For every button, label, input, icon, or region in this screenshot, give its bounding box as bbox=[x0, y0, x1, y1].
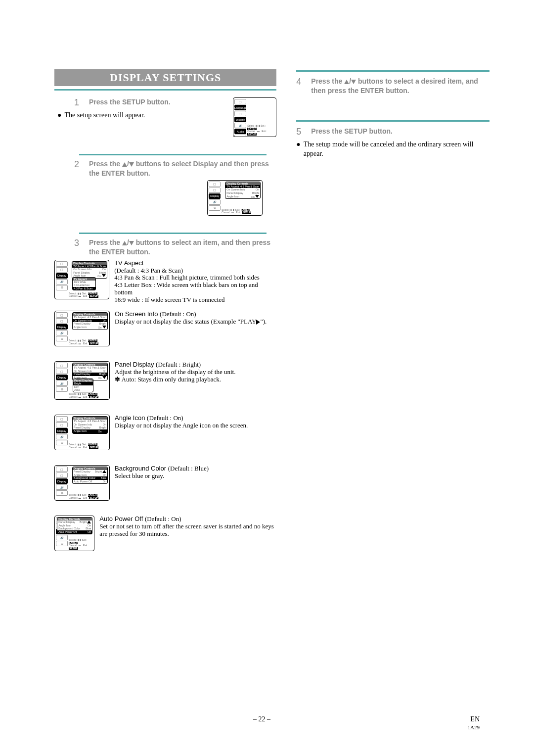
section-title: DISPLAY SETTINGS bbox=[54, 69, 276, 86]
item-tv-aspect: TV Aspect (Default : 4:3 Pan & Scan) 4:3… bbox=[114, 260, 276, 304]
osd-tab: 🔊 bbox=[234, 123, 246, 128]
osd-tab: ⊕ bbox=[209, 205, 221, 211]
bullet-text: The setup mode will be canceled and the … bbox=[304, 140, 490, 159]
step-text: Press the / buttons to select a desired … bbox=[311, 77, 485, 95]
rule bbox=[296, 120, 490, 122]
step-text: Press the / buttons to select Display an… bbox=[89, 159, 271, 178]
up-icon bbox=[122, 241, 127, 245]
step-number: 3 bbox=[74, 238, 83, 248]
osd-tab: ⊕ bbox=[234, 135, 246, 137]
osd-tab: 🔊 bbox=[209, 199, 221, 205]
osd-tab: ▢ bbox=[234, 111, 246, 116]
item-panel-display: Panel Display (Default : Bright) Adjust … bbox=[115, 361, 235, 383]
down-icon bbox=[129, 241, 134, 245]
page-footer: . – 22 – EN 1A29 bbox=[0, 715, 534, 731]
item-angle-icon: Angle Icon (Default : On) Display or not… bbox=[115, 415, 248, 429]
down-icon bbox=[351, 80, 356, 84]
item-on-screen-info: On Screen Info (Default : On) Display or… bbox=[115, 311, 267, 326]
osd-tab: ▢ bbox=[234, 99, 246, 104]
down-icon bbox=[129, 162, 134, 167]
osd-tab: Display bbox=[209, 193, 221, 199]
osd-tab: ▢ bbox=[209, 182, 221, 187]
rule bbox=[79, 154, 267, 155]
bullet-icon: ● bbox=[57, 111, 61, 120]
up-icon bbox=[344, 80, 349, 84]
step-text: Press the / buttons to select an item, a… bbox=[89, 238, 271, 257]
osd-tab: Audio bbox=[234, 129, 246, 134]
osd-screenshot: ▢▢ Display 🔊⊕ Display Controls TV Aspect… bbox=[54, 260, 109, 299]
osd-screenshot: ▢ ▢ Display 🔊 ⊕ Display Controls TV Aspe… bbox=[207, 180, 263, 216]
osd-screenshot: ▢▢ Display 🔊⊕ Display Controls TV Aspect… bbox=[54, 415, 110, 450]
footer-code: 1A29 bbox=[468, 724, 480, 730]
rule bbox=[79, 233, 267, 234]
osd-tab: Display bbox=[234, 117, 246, 122]
step-text: Press the SETUP button. bbox=[311, 127, 393, 136]
osd-screenshot: ▢▢ Display 🔊⊕ Display Controls TV Aspect… bbox=[54, 311, 110, 346]
footer-lang: EN bbox=[470, 715, 480, 723]
osd-screenshot: ▢ Language ▢ Display 🔊 Audio ⊕ Parental … bbox=[233, 97, 276, 137]
step-number: 1 bbox=[74, 97, 83, 108]
item-auto-power-off: Auto Power Off (Default : On) Set or not… bbox=[99, 516, 276, 538]
item-background-color: Background Color (Default : Blue) Select… bbox=[115, 465, 209, 480]
step-number: 5 bbox=[296, 127, 305, 137]
step-number: 4 bbox=[296, 77, 305, 87]
page-number: – 22 – bbox=[56, 715, 468, 731]
rule bbox=[296, 70, 490, 72]
osd-screenshot: ▢▢ Display 🔊⊕ Display Controls Panel Dis… bbox=[54, 465, 110, 501]
bullet-text: The setup screen will appear. bbox=[64, 111, 145, 120]
osd-tab: ▢ bbox=[209, 188, 221, 193]
step-number: 2 bbox=[74, 159, 83, 170]
osd-screenshot: ▢▢ Display 🔊⊕ Display Controls TV Aspect… bbox=[54, 361, 110, 400]
step-text: Press the SETUP button. bbox=[89, 97, 171, 107]
osd-screenshot: ▢▢ Display 🔊⊕ Display Controls Panel Dis… bbox=[54, 516, 94, 551]
up-icon bbox=[122, 162, 127, 167]
rule bbox=[54, 89, 276, 91]
bullet-icon: ● bbox=[296, 140, 300, 149]
osd-tab: Language bbox=[234, 105, 246, 110]
